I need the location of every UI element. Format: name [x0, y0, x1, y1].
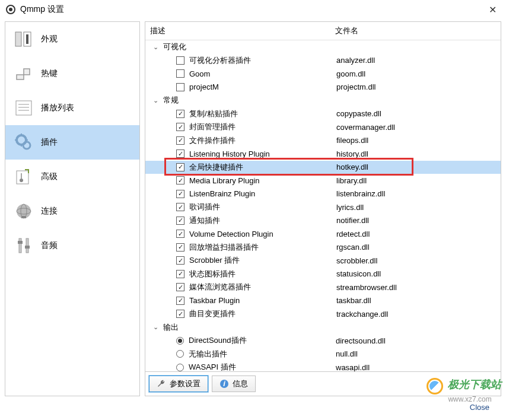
wrench-icon	[157, 379, 166, 389]
plugin-tree: 描述 文件名 ⌄可视化可视化分析器插件analyzer.dllGoomgoom.…	[145, 21, 501, 372]
plugin-row[interactable]: ✓ListenBrainz Pluginlistenbrainz.dll	[145, 187, 501, 201]
sidebar-item-advanced[interactable]: 高级	[5, 160, 139, 194]
plugin-desc: Media Library Plugin	[189, 176, 336, 185]
plugin-row[interactable]: ✓Volume Detection Pluginrdetect.dll	[145, 227, 501, 241]
checkbox[interactable]: ✓	[176, 190, 184, 198]
checkbox[interactable]: ✓	[176, 163, 184, 171]
plugin-row[interactable]: ✓通知插件notifier.dll	[145, 214, 501, 228]
column-header-file[interactable]: 文件名	[330, 22, 501, 40]
plugin-row[interactable]: ✓曲目变更插件trackchange.dll	[145, 307, 501, 321]
window-title: Qmmp 设置	[20, 4, 485, 15]
plugin-file: taskbar.dll	[336, 296, 501, 305]
checkbox[interactable]	[176, 56, 184, 65]
plugin-file: history.dll	[336, 149, 501, 158]
radio-button[interactable]	[176, 364, 184, 371]
sidebar-item-plugins[interactable]: 插件	[5, 125, 139, 160]
sidebar-item-playlist[interactable]: 播放列表	[5, 91, 139, 125]
hotkeys-icon	[12, 62, 35, 85]
svg-rect-3	[16, 101, 31, 115]
checkbox[interactable]: ✓	[176, 243, 184, 252]
plugin-row[interactable]: ✓状态图标插件statusicon.dll	[145, 268, 501, 281]
plugin-desc: 可视化分析器插件	[189, 55, 336, 66]
checkbox[interactable]: ✓	[176, 310, 184, 318]
plugin-row[interactable]: ✓Media Library Pluginlibrary.dll	[145, 174, 501, 187]
checkbox[interactable]: ✓	[176, 203, 184, 211]
settings-button-label: 参数设置	[170, 378, 201, 389]
radio-button[interactable]	[176, 350, 184, 358]
plugin-desc: 全局快捷键插件	[189, 162, 336, 173]
app-icon	[6, 5, 15, 14]
sidebar-item-label: 连接	[41, 206, 58, 217]
window-close-button[interactable]: ✕	[485, 4, 500, 15]
category-sidebar: 外观热键播放列表插件高级连接音频	[5, 21, 140, 396]
plugin-desc: 媒体流浏览器插件	[189, 282, 336, 292]
plugin-row[interactable]: ✓Listening History Pluginhistory.dll	[145, 147, 501, 161]
plugin-desc: projectM	[189, 82, 336, 91]
checkbox[interactable]: ✓	[176, 297, 184, 305]
checkbox[interactable]: ✓	[176, 136, 184, 145]
checkbox[interactable]: ✓	[176, 110, 184, 118]
plugin-file: statusicon.dll	[336, 269, 501, 278]
advanced-icon	[12, 166, 35, 188]
plugin-row[interactable]: ✓媒体流浏览器插件streambrowser.dll	[145, 281, 501, 294]
plugin-row[interactable]: ✓全局快捷键插件hotkey.dll	[145, 161, 501, 174]
appearance-icon	[12, 28, 35, 50]
chevron-down-icon[interactable]: ⌄	[151, 43, 160, 51]
plugin-row[interactable]: WASAPI 插件wasapi.dll	[145, 361, 501, 371]
checkbox[interactable]: ✓	[176, 270, 184, 278]
svg-rect-0	[15, 32, 21, 46]
plugin-desc: 封面管理插件	[189, 122, 336, 132]
plugin-file: trackchange.dll	[336, 310, 501, 319]
audio-icon	[12, 234, 35, 257]
sidebar-item-appearance[interactable]: 外观	[5, 22, 139, 56]
plugin-desc: 文件操作插件	[189, 135, 336, 146]
plugin-row[interactable]: 可视化分析器插件analyzer.dll	[145, 54, 501, 68]
checkbox[interactable]: ✓	[176, 176, 184, 184]
plugin-toolbar: 参数设置 i 信息	[145, 372, 501, 396]
checkbox[interactable]	[176, 83, 184, 91]
checkbox[interactable]: ✓	[176, 230, 184, 238]
sidebar-item-connect[interactable]: 连接	[5, 194, 139, 228]
checkbox[interactable]: ✓	[176, 149, 184, 158]
plugin-desc: Taskbar Plugin	[189, 296, 336, 305]
plugin-row[interactable]: ✓Scrobbler 插件scrobbler.dll	[145, 254, 501, 268]
radio-button[interactable]	[176, 337, 184, 345]
sidebar-item-hotkeys[interactable]: 热键	[5, 56, 139, 91]
chevron-down-icon[interactable]: ⌄	[151, 323, 160, 332]
plugin-desc: 状态图标插件	[189, 269, 336, 279]
close-button[interactable]: Close	[465, 402, 494, 413]
tree-group[interactable]: ⌄常规	[145, 94, 501, 107]
plugin-row[interactable]: 无输出插件null.dll	[145, 348, 501, 361]
tree-body[interactable]: ⌄可视化可视化分析器插件analyzer.dllGoomgoom.dllproj…	[145, 40, 501, 371]
plugin-row[interactable]: ✓复制/粘贴插件copypaste.dll	[145, 107, 501, 121]
connect-icon	[12, 200, 35, 222]
column-header-desc[interactable]: 描述	[145, 22, 330, 40]
tree-group[interactable]: ⌄输出	[145, 321, 501, 335]
plugin-file: analyzer.dll	[336, 56, 501, 65]
plugin-row[interactable]: ✓Taskbar Plugintaskbar.dll	[145, 294, 501, 308]
plugin-row[interactable]: ✓文件操作插件fileops.dll	[145, 134, 501, 148]
checkbox[interactable]: ✓	[176, 123, 184, 131]
checkbox[interactable]: ✓	[176, 217, 184, 225]
plugin-file: listenbrainz.dll	[336, 189, 501, 198]
plugins-icon	[12, 131, 35, 154]
checkbox[interactable]: ✓	[176, 256, 184, 265]
plugin-row[interactable]: projectMprojectm.dll	[145, 81, 501, 94]
checkbox[interactable]: ✓	[176, 283, 184, 291]
plugin-desc: Volume Detection Plugin	[189, 230, 336, 238]
plugin-row[interactable]: ✓回放增益扫描器插件rgscan.dll	[145, 241, 501, 254]
checkbox[interactable]	[176, 69, 184, 78]
plugin-desc: 无输出插件	[189, 349, 336, 359]
plugin-file: copypaste.dll	[336, 109, 501, 118]
plugin-row[interactable]: ✓歌词插件lyrics.dll	[145, 201, 501, 214]
plugin-row[interactable]: Goomgoom.dll	[145, 67, 501, 81]
plugin-row[interactable]: DirectSound插件directsound.dll	[145, 334, 501, 348]
plugin-file: library.dll	[336, 176, 501, 185]
plugin-desc: Scrobbler 插件	[189, 255, 336, 266]
settings-button[interactable]: 参数设置	[149, 376, 208, 392]
info-button[interactable]: i 信息	[212, 376, 256, 392]
plugin-row[interactable]: ✓封面管理插件covermanager.dll	[145, 120, 501, 134]
chevron-down-icon[interactable]: ⌄	[151, 96, 160, 104]
tree-group[interactable]: ⌄可视化	[145, 40, 501, 54]
sidebar-item-audio[interactable]: 音频	[5, 228, 139, 263]
